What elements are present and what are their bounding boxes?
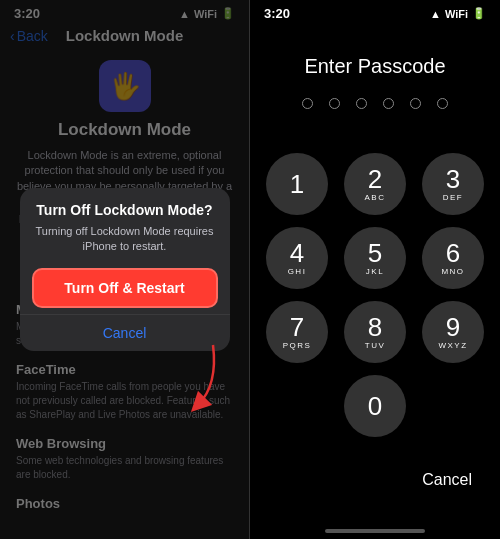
passcode-dots: [250, 98, 500, 109]
num-btn-9[interactable]: 9 WXYZ: [422, 301, 484, 363]
num-4-sub: GHI: [288, 267, 307, 276]
num-7-sub: PQRS: [283, 341, 312, 350]
turn-off-restart-button[interactable]: Turn Off & Restart: [32, 268, 218, 308]
numpad-row-1: 1 2 ABC 3 DEF: [266, 153, 484, 215]
numpad-row-3: 7 PQRS 8 TUV 9 WXYZ: [266, 301, 484, 363]
num-btn-8[interactable]: 8 TUV: [344, 301, 406, 363]
numpad-row-2: 4 GHI 5 JKL 6 MNO: [266, 227, 484, 289]
num-empty-right: [422, 375, 484, 437]
time-right: 3:20: [264, 6, 290, 21]
arrow-annotation: [183, 335, 233, 419]
dialog-overlay: Turn Off Lockdown Mode? Turning off Lock…: [0, 0, 249, 539]
num-6-sub: MNO: [441, 267, 464, 276]
num-6-main: 6: [446, 240, 460, 266]
dot-4: [383, 98, 394, 109]
num-9-main: 9: [446, 314, 460, 340]
num-3-sub: DEF: [443, 193, 464, 202]
alert-dialog: Turn Off Lockdown Mode? Turning off Lock…: [20, 188, 230, 352]
num-2-main: 2: [368, 166, 382, 192]
wifi-icon-right: WiFi: [445, 8, 468, 20]
home-bar: [325, 529, 425, 533]
left-panel: 3:20 ▲ WiFi 🔋 ‹ Back Lockdown Mode 🖐 Loc…: [0, 0, 249, 539]
num-4-main: 4: [290, 240, 304, 266]
status-bar-right: 3:20 ▲ WiFi 🔋: [250, 0, 500, 25]
num-btn-6[interactable]: 6 MNO: [422, 227, 484, 289]
num-0-main: 0: [368, 393, 382, 419]
num-7-main: 7: [290, 314, 304, 340]
num-btn-0[interactable]: 0: [344, 375, 406, 437]
num-btn-3[interactable]: 3 DEF: [422, 153, 484, 215]
num-btn-2[interactable]: 2 ABC: [344, 153, 406, 215]
passcode-cancel-button[interactable]: Cancel: [250, 461, 500, 519]
num-8-main: 8: [368, 314, 382, 340]
numpad-row-4: 0: [266, 375, 484, 437]
dot-1: [302, 98, 313, 109]
dialog-message: Turning off Lockdown Mode requires iPhon…: [34, 224, 216, 255]
home-indicator: [250, 519, 500, 539]
dot-6: [437, 98, 448, 109]
numpad: 1 2 ABC 3 DEF 4 GHI 5 JKL 6 MNO: [250, 129, 500, 461]
num-btn-7[interactable]: 7 PQRS: [266, 301, 328, 363]
num-5-main: 5: [368, 240, 382, 266]
dialog-title: Turn Off Lockdown Mode?: [34, 202, 216, 218]
right-panel: 3:20 ▲ WiFi 🔋 Enter Passcode 1 2 ABC: [250, 0, 500, 539]
dot-3: [356, 98, 367, 109]
signal-icon-right: ▲: [430, 8, 441, 20]
num-3-main: 3: [446, 166, 460, 192]
num-btn-5[interactable]: 5 JKL: [344, 227, 406, 289]
num-9-sub: WXYZ: [438, 341, 467, 350]
num-8-sub: TUV: [365, 341, 386, 350]
dot-2: [329, 98, 340, 109]
num-empty-left: [266, 375, 328, 437]
passcode-title: Enter Passcode: [250, 55, 500, 78]
num-2-sub: ABC: [365, 193, 386, 202]
num-1-main: 1: [290, 171, 304, 197]
dot-5: [410, 98, 421, 109]
num-5-sub: JKL: [366, 267, 384, 276]
battery-icon-right: 🔋: [472, 7, 486, 20]
dialog-header: Turn Off Lockdown Mode? Turning off Lock…: [20, 188, 230, 259]
passcode-header: Enter Passcode: [250, 25, 500, 129]
cancel-label: Cancel: [422, 471, 472, 488]
status-icons-right: ▲ WiFi 🔋: [430, 7, 486, 20]
num-btn-1[interactable]: 1: [266, 153, 328, 215]
num-btn-4[interactable]: 4 GHI: [266, 227, 328, 289]
